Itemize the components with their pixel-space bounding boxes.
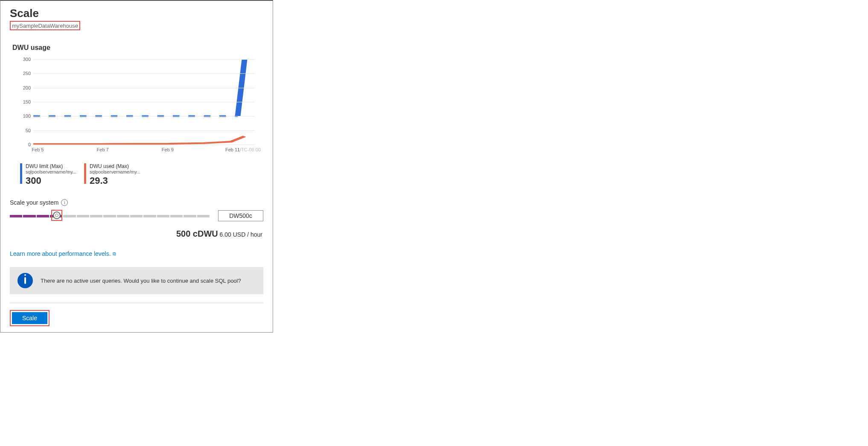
usage-section-title: DWU usage [12,44,263,52]
chart-legend: DWU limit (Max)sqlpoolservername/my...30… [20,163,263,186]
resource-name: mySampleDataWarehouse [12,23,78,29]
timezone-label: UTC-08:00 [238,147,261,152]
scale-button-highlight: Scale [10,310,50,326]
slider-handle-highlight [51,210,62,221]
info-message: There are no active user queries. Would … [41,278,241,284]
slider-handle[interactable] [53,211,61,219]
scale-panel: Scale mySampleDataWarehouse DWU usage UT… [0,0,273,333]
info-icon[interactable]: i [61,199,68,206]
scale-slider[interactable] [10,211,210,220]
info-bar: There are no active user queries. Would … [10,267,263,294]
dwu-usage-chart: UTC-08:00 050100150200250300Feb 5Feb 7Fe… [10,59,263,157]
page-title: Scale [10,7,263,20]
price-display: 500 cDWU 6.00 USD / hour [10,229,262,239]
scale-label: Scale your system [10,199,58,206]
scale-button[interactable]: Scale [12,312,47,324]
price-rate: 6.00 USD / hour [220,231,262,238]
learn-more-link[interactable]: Learn more about performance levels. ⧉ [10,250,116,257]
resource-name-highlight: mySampleDataWarehouse [10,21,80,30]
external-link-icon: ⧉ [113,251,116,257]
legend-item: DWU limit (Max)sqlpoolservername/my...30… [20,163,76,186]
divider [10,303,263,303]
info-circle-icon [17,273,33,288]
price-units: 500 cDWU [176,229,218,238]
legend-item: DWU used (Max)sqlpoolservername/my...29.… [84,163,140,186]
scale-value: DW500c [218,210,263,221]
